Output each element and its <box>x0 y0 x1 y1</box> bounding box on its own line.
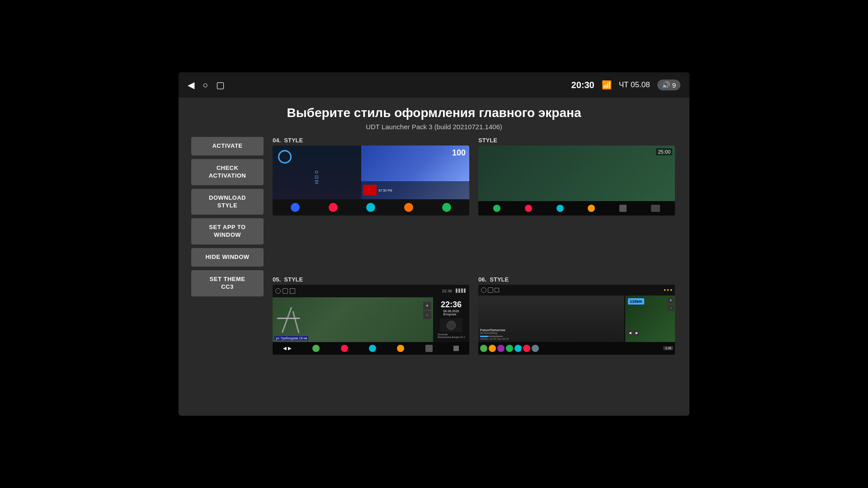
back-icon[interactable]: ◀ <box>188 80 194 90</box>
s06-zoom-in[interactable]: + <box>668 297 674 304</box>
activate-button[interactable]: ACTIVATE <box>191 137 264 155</box>
style-04-item: 04. STYLE ⊙⊡☰ 100 <box>273 137 469 270</box>
s06-nav-arrows: ◀ ▶ <box>627 330 639 336</box>
s06-time-right: 1:45 <box>540 346 673 350</box>
map-road-3 <box>277 318 300 319</box>
s06-icon-2 <box>488 287 493 293</box>
s06-map-controls: + - <box>668 297 674 311</box>
s05-icon-2 <box>283 288 288 294</box>
style-04-label: 04. STYLE <box>273 137 469 144</box>
s06-status-dots: ● ● ● <box>664 288 672 292</box>
style-05-number: 05. <box>273 276 281 283</box>
style-na-item: STYLE НЕ УСТАНОВЛЕН NOT AVAILABLE 25:00 <box>478 137 675 270</box>
hide-window-button[interactable]: HIDE WINDOW <box>191 248 264 267</box>
style-06-preview[interactable]: ● ● ● FutureTomorrow Do Everything <box>478 285 675 355</box>
s06-time-track: 3000кs 22:35 2ps 20:30 <box>480 338 509 340</box>
na-icon-1 <box>493 205 500 212</box>
s05-signal: ▋▋▋▋ <box>456 289 467 293</box>
style-04-bottom <box>273 199 469 216</box>
s05-media-label: JumanjiAlmavarka-Engin-G-1 <box>437 333 465 338</box>
s06-app-7 <box>532 345 539 352</box>
style-05-topbar: 22:36 ▋▋▋▋ <box>273 285 469 297</box>
na-icon-4 <box>588 205 595 212</box>
media-thumb <box>363 185 377 196</box>
style-05-preview[interactable]: 22:36 ▋▋▋▋ + <box>273 285 469 355</box>
s05-app-4 <box>397 345 404 352</box>
app-icon-spotify <box>442 203 451 212</box>
style-06-item: 06. STYLE ● ● ● F <box>478 276 675 409</box>
style-06-bottom: 1:45 <box>478 342 675 355</box>
map-road-2 <box>292 311 300 333</box>
s06-track: Do Everything <box>480 332 497 334</box>
nav-icons: ◀ ○ ▢ <box>188 80 225 90</box>
na-icon-6 <box>651 205 660 212</box>
s06-icon-1 <box>481 287 486 293</box>
s05-right-arrow: ▶ <box>288 346 292 351</box>
style-06-map: 110кm + - ◀ ▶ <box>625 296 675 342</box>
style-06-main: FutureTomorrow Do Everything 3000кs 22:3… <box>478 296 675 342</box>
na-bottom-bar <box>478 201 675 216</box>
s05-left-arrow: ◀ <box>283 346 287 351</box>
style-04-right: 100 87.50 FM <box>361 145 469 199</box>
s06-app-5 <box>514 345 522 352</box>
s05-disc <box>447 321 456 330</box>
style-na-preview[interactable]: НЕ УСТАНОВЛЕН NOT AVAILABLE 25:00 <box>478 145 675 216</box>
zoom-in[interactable]: + <box>423 302 431 310</box>
style-04-left: ⊙⊡☰ <box>273 145 361 199</box>
s06-time-badge: 1:45 <box>663 346 673 350</box>
s06-icon-3 <box>495 288 499 292</box>
s05-date: 08.06.2020Вторник <box>443 310 459 316</box>
s05-media-thumb <box>440 319 462 332</box>
volume-badge: 🔊 9 <box>657 80 680 90</box>
check-activation-button[interactable]: CHECKACTIVATION <box>191 159 264 185</box>
s05-topbar-time: 22:36 <box>442 289 452 293</box>
status-right: 20:30 📶 ЧТ 05.08 🔊 9 <box>571 80 680 90</box>
na-icon-3 <box>557 205 564 212</box>
app-icon-maps <box>404 203 413 212</box>
set-theme-cc3-button[interactable]: SET THEMECC3 <box>191 270 264 296</box>
s06-person: FutureTomorrow Do Everything 3000кs 22:3… <box>478 296 624 342</box>
home-icon[interactable]: ○ <box>203 80 208 90</box>
page-subtitle: UDT Launcher Pack 3 (build 20210721.1406… <box>191 123 677 131</box>
style-05-label: 05. STYLE <box>273 276 469 283</box>
style-05-text: STYLE <box>284 276 303 283</box>
s05-app-3 <box>369 345 376 352</box>
s06-artist: FutureTomorrow <box>480 328 505 332</box>
style-04-speed: 100 <box>452 148 466 158</box>
style-04-circle <box>278 150 292 164</box>
na-icon-5 <box>619 205 627 212</box>
style-04-media: 87.50 FM <box>361 181 469 199</box>
media-info: 87.50 FM <box>377 189 467 192</box>
s06-zoom-out[interactable]: - <box>668 305 674 311</box>
style-04-preview[interactable]: ⊙⊡☰ 100 87.50 FM <box>273 145 469 216</box>
s05-nav-prev: ◀ ▶ <box>283 346 292 351</box>
volume-level: 9 <box>672 81 676 89</box>
s05-big-time: 22:36 <box>441 300 462 309</box>
s05-icon-1 <box>275 288 281 294</box>
style-05-bottom: ◀ ▶ <box>273 342 469 355</box>
style-05-time-panel: 22:36 08.06.2020Вторник JumanjiAlmavarka… <box>433 297 469 342</box>
style-05-main: + - ул. Грибоедова 18 км 22:36 08.06.202… <box>273 297 469 342</box>
sidebar: ACTIVATE CHECKACTIVATION DOWNLOADSTYLE S… <box>191 137 264 408</box>
volume-icon: 🔊 <box>662 81 670 89</box>
recents-icon[interactable]: ▢ <box>216 80 225 90</box>
style-na-label: STYLE <box>478 137 675 144</box>
s06-app-4 <box>506 345 513 352</box>
style-06-media: FutureTomorrow Do Everything 3000кs 22:3… <box>478 296 624 342</box>
app-icon-chrome <box>366 203 375 212</box>
zoom-out[interactable]: - <box>423 311 431 319</box>
style-04-top: ⊙⊡☰ 100 87.50 FM <box>273 145 469 199</box>
style-05-item: 05. STYLE 22:36 ▋▋▋▋ <box>273 276 469 409</box>
main-content: Выберите стиль оформления главного экран… <box>179 98 689 416</box>
style-06-topbar: ● ● ● <box>478 285 675 296</box>
status-bar: ◀ ○ ▢ 20:30 📶 ЧТ 05.08 🔊 9 <box>179 72 689 98</box>
s06-progress-fill <box>480 336 488 337</box>
style-na-map-bg: НЕ УСТАНОВЛЕН NOT AVAILABLE 25:00 <box>478 145 675 201</box>
download-style-button[interactable]: DOWNLOADSTYLE <box>191 189 264 215</box>
style-na-text: STYLE <box>478 137 497 144</box>
s06-next[interactable]: ▶ <box>634 330 639 336</box>
style-06-number: 06. <box>478 276 486 283</box>
s06-prev[interactable]: ◀ <box>627 330 632 336</box>
app-icon-telegram <box>291 203 300 212</box>
set-app-to-window-button[interactable]: SET APP TOWINDOW <box>191 218 264 244</box>
